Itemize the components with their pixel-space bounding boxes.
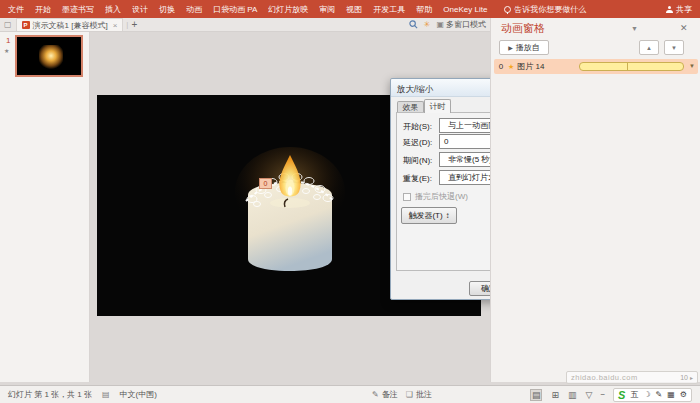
normal-view-icon[interactable]: ▤: [530, 389, 543, 401]
animation-indicator-star-icon: ★: [4, 47, 9, 54]
pane-close-icon[interactable]: ✕: [680, 23, 688, 33]
comment-icon: ❏: [406, 390, 413, 399]
view-switcher: ▤ ⊞ ▥ ▽: [530, 389, 593, 401]
slideshow-icon[interactable]: ▽: [585, 390, 592, 400]
pen-icon[interactable]: ✎: [656, 390, 663, 399]
keyboard-icon[interactable]: ▦: [667, 390, 675, 399]
emphasis-star-icon: ★: [508, 63, 514, 71]
candle-picture[interactable]: [228, 147, 352, 271]
expander-arrows-icon: ↕: [446, 211, 450, 220]
tab-timing[interactable]: 计时: [424, 99, 451, 113]
move-earlier-button[interactable]: ▲: [639, 40, 659, 55]
timeline-divider: [627, 63, 628, 70]
scale-arrow-icon[interactable]: ▸: [690, 374, 693, 381]
trigger-button[interactable]: 触发器(T) ↕: [401, 207, 457, 224]
statusbar-right: ✎ 备注 ❏ 批注 ▤ ⊞ ▥ ▽ − S 五 ☽ ✎ ▦ ⚙: [372, 388, 692, 402]
spellcheck-icon[interactable]: ▤: [102, 390, 110, 399]
tab-separator: |: [126, 20, 128, 29]
menu-item-devtools[interactable]: 开发工具: [373, 4, 405, 15]
pencil-icon: ✎: [372, 390, 379, 399]
zoom-out-button[interactable]: −: [600, 390, 605, 399]
repeat-label: 重复(E):: [403, 173, 432, 184]
timeline-scale-control[interactable]: zhidao.baidu.com 10 ▸: [566, 371, 698, 384]
animation-item-label: 图片 14: [517, 61, 544, 72]
menu-item-transitions[interactable]: 切换: [159, 4, 175, 15]
animation-list-item[interactable]: 0 ★ 图片 14 ▼: [494, 59, 698, 74]
menu-item-home[interactable]: 开始: [35, 4, 51, 15]
comments-button[interactable]: ❏ 批注: [406, 389, 432, 400]
menu-item-onekey-lite[interactable]: OneKey Lite: [443, 5, 487, 14]
candle-image: [228, 147, 352, 271]
comments-label: 批注: [416, 389, 432, 400]
start-label: 开始(S):: [403, 121, 432, 132]
wps-presentation-window: 文件 开始 墨迹书写 插入 设计 切换 动画 口袋动画 PA 幻灯片放映 审阅 …: [0, 0, 700, 403]
tabbar-right-tools: ✳ ▣ 多窗口模式: [409, 19, 486, 30]
statusbar-left: 幻灯片 第 1 张，共 1 张 ▤ 中文(中国): [8, 389, 157, 400]
wrench-icon[interactable]: ⚙: [680, 390, 687, 399]
moon-icon[interactable]: ☽: [643, 390, 650, 399]
language-indicator[interactable]: 中文(中国): [120, 389, 157, 400]
multi-window-mode-button[interactable]: ▣ 多窗口模式: [436, 19, 486, 30]
notes-label: 备注: [382, 389, 398, 400]
animation-order-badge[interactable]: 0: [259, 178, 272, 189]
thumbnail-candle-image: [39, 45, 63, 69]
tell-me-label: 告诉我你想要做什么: [514, 4, 586, 15]
play-icon: ▶: [508, 44, 513, 51]
delay-label: 延迟(D):: [403, 137, 432, 148]
animation-timeline-bar[interactable]: [579, 62, 684, 71]
slide-sorter-icon[interactable]: ⊞: [551, 390, 559, 400]
dialog-title: 放大/缩小: [397, 84, 433, 96]
notes-button[interactable]: ✎ 备注: [372, 389, 398, 400]
animation-item-order: 0: [494, 62, 508, 71]
menu-item-design[interactable]: 设计: [132, 4, 148, 15]
person-icon: [666, 6, 673, 13]
statusbar: 幻灯片 第 1 张，共 1 张 ▤ 中文(中国) ✎ 备注 ❏ 批注 ▤ ⊞ ▥…: [0, 385, 700, 403]
rewind-checkbox[interactable]: [403, 193, 411, 201]
window-icon: ▣: [436, 20, 444, 29]
menu-item-review[interactable]: 审阅: [319, 4, 335, 15]
menu-item-ink[interactable]: 墨迹书写: [62, 4, 94, 15]
reading-view-icon[interactable]: ▥: [568, 390, 577, 400]
document-tab[interactable]: P 演示文稿1 [兼容模式] ×: [16, 18, 124, 31]
ppt-file-icon: P: [22, 21, 30, 29]
duration-label: 期间(N):: [403, 155, 432, 166]
sogou-ime-toolbar: S 五 ☽ ✎ ▦ ⚙: [613, 388, 692, 402]
lightbulb-icon: [504, 6, 511, 13]
menu-item-file[interactable]: 文件: [8, 4, 24, 15]
item-dropdown-chevron-icon[interactable]: ▼: [689, 63, 695, 69]
menubar: 文件 开始 墨迹书写 插入 设计 切换 动画 口袋动画 PA 幻灯片放映 审阅 …: [0, 0, 700, 18]
tab-close-icon[interactable]: ×: [113, 21, 118, 30]
slide-thumbnail[interactable]: [15, 35, 83, 77]
menu-item-animation[interactable]: 动画: [186, 4, 202, 15]
new-tab-button[interactable]: +: [131, 19, 137, 30]
share-label: 共享: [676, 4, 692, 15]
animation-pane: 动画窗格 ▼ ✕ ▶ 播放自 ▲ ▼ 0 ★ 图片 14 ▼ zhidao.ba…: [490, 18, 700, 382]
ime-mode-indicator[interactable]: 五: [630, 389, 638, 400]
tell-me-search[interactable]: 告诉我你想要做什么: [504, 4, 586, 15]
slide-number: 1: [6, 36, 10, 45]
menu-item-pocket-animation[interactable]: 口袋动画 PA: [213, 4, 257, 15]
document-tabbar: ▢ P 演示文稿1 [兼容模式] × | + ✳ ▣ 多窗口模式: [0, 18, 490, 32]
trigger-label: 触发器(T): [408, 210, 442, 221]
rewind-checkbox-row: 播完后快退(W): [403, 191, 468, 202]
search-icon[interactable]: [409, 20, 418, 29]
menu-item-insert[interactable]: 插入: [105, 4, 121, 15]
share-button[interactable]: 共享: [666, 4, 692, 15]
rewind-label: 播完后快退(W): [415, 191, 468, 202]
animation-pane-title: 动画窗格: [501, 21, 545, 36]
pane-menu-chevron-icon[interactable]: ▼: [631, 25, 638, 32]
gear-icon[interactable]: ✳: [424, 20, 431, 29]
slide-thumbnail-panel: 1 ★: [0, 32, 90, 382]
menu-item-slideshow[interactable]: 幻灯片放映: [268, 4, 308, 15]
sogou-logo-icon[interactable]: S: [618, 389, 625, 401]
watermark-text: zhidao.baidu.com: [571, 373, 680, 382]
play-from-label: 播放自: [516, 42, 540, 53]
move-later-button[interactable]: ▼: [664, 40, 684, 55]
document-tab-label: 演示文稿1 [兼容模式]: [33, 20, 108, 31]
multi-window-label: 多窗口模式: [446, 19, 486, 30]
play-from-button[interactable]: ▶ 播放自: [499, 40, 549, 55]
menu-item-help[interactable]: 帮助: [416, 4, 432, 15]
timeline-scale-value: 10: [680, 374, 688, 381]
tab-list-icon[interactable]: ▢: [4, 20, 12, 29]
menu-item-view[interactable]: 视图: [346, 4, 362, 15]
